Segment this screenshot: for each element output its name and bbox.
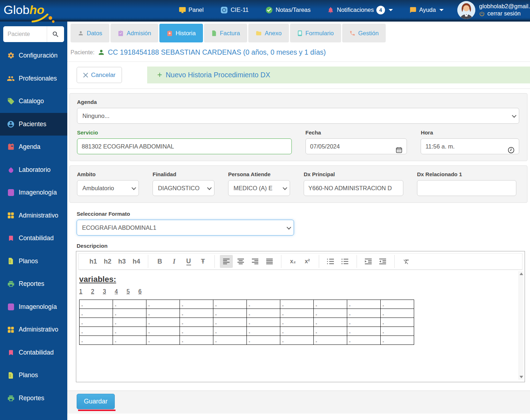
italic-button[interactable]: I	[168, 255, 181, 268]
editor-table-cell[interactable]: -	[180, 300, 213, 309]
editor-table-cell[interactable]: -	[213, 309, 247, 318]
tab-historia[interactable]: Historia	[159, 24, 203, 42]
user-email[interactable]: globholab2@gmail.	[479, 3, 530, 10]
editor-table-cell[interactable]: -	[314, 336, 347, 345]
editor-table-cell[interactable]: -	[247, 300, 280, 309]
superscript-button[interactable]: x²	[301, 255, 314, 268]
tab-factura[interactable]: Factura	[204, 24, 247, 42]
editor-table-cell[interactable]: -	[113, 309, 146, 318]
app-logo[interactable]: Glob ho	[0, 3, 96, 17]
editor-table-cell[interactable]: -	[347, 300, 381, 309]
dx-principal-input[interactable]	[304, 180, 403, 196]
avatar[interactable]	[457, 1, 475, 19]
editor-table-cell[interactable]: -	[280, 300, 314, 309]
patient-search-input[interactable]	[3, 26, 47, 42]
sidebar-item-reportes[interactable]: Reportes	[0, 273, 67, 296]
editor-table-cell[interactable]: -	[247, 318, 280, 327]
variable-link-2[interactable]: 2	[91, 288, 94, 295]
editor-table-cell[interactable]: -	[347, 327, 381, 336]
align-right-button[interactable]	[249, 255, 262, 268]
editor-table-cell[interactable]: -	[347, 336, 381, 345]
cancel-button[interactable]: Cancelar	[77, 67, 122, 83]
editor-table-cell[interactable]: -	[213, 318, 247, 327]
tab-gestion[interactable]: Gestión	[342, 24, 386, 42]
unordered-list-button[interactable]	[339, 255, 352, 268]
sidebar-item-configuracion[interactable]: Configuración	[0, 44, 67, 67]
editor-table-cell[interactable]: -	[180, 327, 213, 336]
editor-table-cell[interactable]: -	[314, 318, 347, 327]
clear-format-button[interactable]	[400, 255, 413, 268]
h2-button[interactable]: h2	[101, 255, 114, 268]
variable-link-6[interactable]: 6	[139, 288, 142, 295]
editor-table-cell[interactable]: -	[247, 309, 280, 318]
logout-button[interactable]: cerrar sesión	[479, 10, 530, 17]
editor-table-cell[interactable]: -	[381, 336, 414, 345]
editor-table-cell[interactable]: -	[146, 309, 180, 318]
variable-link-1[interactable]: 1	[79, 288, 82, 295]
ambito-select[interactable]: Ambulatorio	[77, 180, 139, 196]
editor-table-cell[interactable]: -	[381, 300, 414, 309]
sidebar-item-pacientes[interactable]: Pacientes	[0, 113, 67, 136]
editor-table-cell[interactable]: -	[80, 300, 113, 309]
scroll-down-icon[interactable]	[520, 376, 523, 378]
variable-link-5[interactable]: 5	[127, 288, 130, 295]
editor-table-cell[interactable]: -	[314, 300, 347, 309]
scroll-up-icon[interactable]	[520, 273, 523, 275]
tab-admision[interactable]: Admisión	[110, 24, 158, 42]
bold-button[interactable]: B	[153, 255, 166, 268]
editor-table-cell[interactable]: -	[146, 336, 180, 345]
editor-scrollbar[interactable]	[518, 271, 524, 380]
tab-formulario[interactable]: Formulario	[290, 24, 341, 42]
sidebar-item-catalogo[interactable]: Catalogo	[0, 90, 67, 113]
h4-button[interactable]: h4	[130, 255, 143, 268]
sidebar-item-contabilidad-2[interactable]: Contabilidad	[0, 341, 67, 364]
editor-table-cell[interactable]: -	[80, 336, 113, 345]
hora-input[interactable]	[421, 138, 519, 154]
ordered-list-button[interactable]	[324, 255, 337, 268]
fecha-input[interactable]	[305, 138, 407, 154]
sidebar-item-contabilidad[interactable]: Contabilidad	[0, 227, 67, 250]
nav-ayuda[interactable]: Ayuda	[409, 6, 444, 14]
search-button[interactable]	[47, 26, 64, 42]
editor-table-cell[interactable]: -	[280, 309, 314, 318]
align-center-button[interactable]	[234, 255, 247, 268]
outdent-button[interactable]	[376, 255, 389, 268]
tab-datos[interactable]: Datos	[71, 24, 109, 42]
editor-table-cell[interactable]: -	[347, 309, 381, 318]
editor-table-cell[interactable]: -	[381, 318, 414, 327]
sidebar-item-planos[interactable]: Planos	[0, 250, 67, 273]
editor-table-cell[interactable]: -	[180, 336, 213, 345]
editor-table-cell[interactable]: -	[113, 300, 146, 309]
editor-table-cell[interactable]: -	[280, 318, 314, 327]
indent-button[interactable]	[362, 255, 375, 268]
editor-table-cell[interactable]: -	[280, 327, 314, 336]
dx-relacionado-input[interactable]	[417, 180, 516, 196]
editor-table-cell[interactable]: -	[80, 318, 113, 327]
editor-table-cell[interactable]: -	[213, 300, 247, 309]
subscript-button[interactable]: x₂	[286, 255, 299, 268]
nav-panel[interactable]: Panel	[179, 6, 204, 14]
editor-table-cell[interactable]: -	[381, 309, 414, 318]
editor-table-cell[interactable]: -	[113, 327, 146, 336]
sidebar-item-planos-2[interactable]: Planos	[0, 364, 67, 387]
sidebar-item-agenda[interactable]: Agenda	[0, 136, 67, 159]
nav-notificaciones[interactable]: Notificaciones 4	[327, 6, 393, 14]
sidebar-item-imagenologia-2[interactable]: Imagenología	[0, 296, 67, 319]
editor-table-cell[interactable]: -	[80, 309, 113, 318]
underline-button[interactable]: U	[182, 255, 195, 268]
sidebar-item-reportes-2[interactable]: Reportes	[0, 387, 67, 410]
formato-select[interactable]: ECOGRAFIA ABDOMINAL1	[77, 220, 294, 236]
editor-table-cell[interactable]: -	[180, 309, 213, 318]
editor-table-cell[interactable]: -	[280, 336, 314, 345]
variable-link-4[interactable]: 4	[115, 288, 118, 295]
tab-anexo[interactable]: Anexo	[248, 24, 289, 42]
variable-link-3[interactable]: 3	[103, 288, 106, 295]
editor-table-cell[interactable]: -	[314, 309, 347, 318]
editor-table-cell[interactable]: -	[314, 327, 347, 336]
align-justify-button[interactable]	[263, 255, 276, 268]
sidebar-item-imagenologia[interactable]: Imagenología	[0, 181, 67, 204]
sidebar-item-administrativo[interactable]: Administrativo	[0, 204, 67, 227]
h3-button[interactable]: h3	[115, 255, 128, 268]
persona-atiende-select[interactable]: MEDICO (A) E	[228, 180, 290, 196]
editor-table-cell[interactable]: -	[146, 300, 180, 309]
